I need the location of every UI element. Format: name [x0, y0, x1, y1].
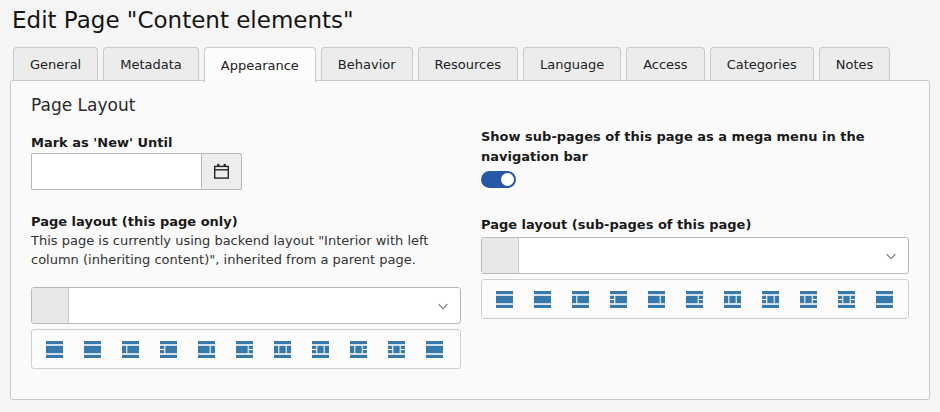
- page-layout-sub-select[interactable]: [481, 237, 909, 274]
- select-icon-slot: [32, 288, 69, 323]
- layout-full-icon[interactable]: [84, 341, 101, 358]
- layout-left-column-icon[interactable]: [122, 341, 139, 358]
- section-title: Page Layout: [31, 95, 135, 115]
- mega-menu-toggle[interactable]: [481, 171, 516, 188]
- layout-right-column-split-icon[interactable]: [686, 291, 703, 308]
- page-title: Edit Page "Content elements": [12, 7, 354, 33]
- layout-left-column-split-icon[interactable]: [610, 291, 627, 308]
- layout-both-columns-icon[interactable]: [274, 341, 291, 358]
- layout-right-column-split-icon[interactable]: [236, 341, 253, 358]
- layout-full-icon[interactable]: [46, 341, 63, 358]
- layout-right-column-icon[interactable]: [198, 341, 215, 358]
- layout-left-split-both-icon[interactable]: [312, 341, 329, 358]
- chevron-down-icon: [874, 238, 908, 273]
- layout-full-icon[interactable]: [496, 291, 513, 308]
- layout-right-column-icon[interactable]: [648, 291, 665, 308]
- page-layout-sub-label: Page layout (sub-pages of this page): [481, 215, 751, 235]
- chevron-down-icon: [426, 288, 460, 323]
- toggle-knob: [501, 173, 514, 186]
- tab-metadata[interactable]: Metadata: [103, 47, 199, 80]
- page-layout-this-label: Page layout (this page only): [31, 212, 238, 232]
- page-layout-this-description: This page is currently using backend lay…: [31, 232, 471, 270]
- mark-new-until-field-group: [31, 153, 242, 190]
- mega-menu-label: Show sub-pages of this page as a mega me…: [481, 127, 923, 167]
- appearance-tab-panel: Page Layout Mark as 'New' Until Page lay…: [10, 80, 930, 400]
- select-icon-slot: [482, 238, 519, 273]
- tab-bar: GeneralMetadataAppearanceBehaviorResourc…: [13, 47, 890, 82]
- page-layout-sub-select-value: [519, 238, 874, 273]
- tab-general[interactable]: General: [13, 47, 98, 80]
- page-layout-this-select-value: [69, 288, 426, 323]
- layout-left-column-icon[interactable]: [572, 291, 589, 308]
- tab-access[interactable]: Access: [626, 47, 705, 80]
- layout-full-icon[interactable]: [534, 291, 551, 308]
- tab-notes[interactable]: Notes: [819, 47, 891, 80]
- tab-appearance[interactable]: Appearance: [204, 47, 316, 82]
- page-layout-this-icon-selector: [31, 329, 461, 369]
- datepicker-button[interactable]: [201, 153, 242, 190]
- page-layout-sub-icon-selector: [481, 279, 909, 319]
- tab-behavior[interactable]: Behavior: [321, 47, 413, 80]
- layout-full-icon[interactable]: [876, 291, 893, 308]
- tab-language[interactable]: Language: [523, 47, 621, 80]
- tab-categories[interactable]: Categories: [710, 47, 814, 80]
- page-layout-this-select[interactable]: [31, 287, 461, 324]
- mark-new-until-input[interactable]: [31, 153, 201, 190]
- layout-left-column-split-icon[interactable]: [160, 341, 177, 358]
- layout-right-split-both-icon[interactable]: [800, 291, 817, 308]
- layout-both-columns-split-icon[interactable]: [388, 341, 405, 358]
- calendar-icon: [213, 163, 230, 180]
- tab-resources[interactable]: Resources: [418, 47, 518, 80]
- layout-left-split-both-icon[interactable]: [762, 291, 779, 308]
- layout-full-icon[interactable]: [426, 341, 443, 358]
- layout-both-columns-icon[interactable]: [724, 291, 741, 308]
- mark-new-until-label: Mark as 'New' Until: [31, 133, 172, 153]
- layout-right-split-both-icon[interactable]: [350, 341, 367, 358]
- layout-both-columns-split-icon[interactable]: [838, 291, 855, 308]
